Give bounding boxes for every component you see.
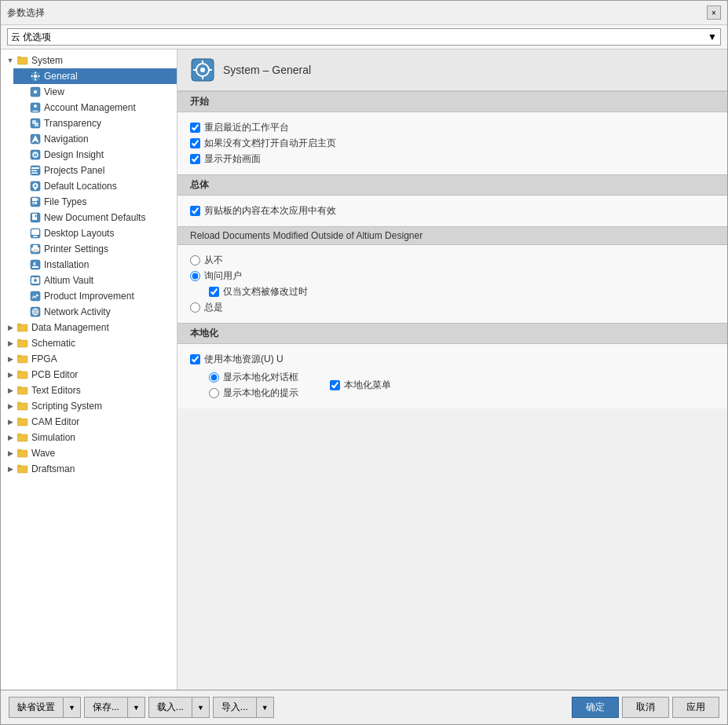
- show-dialogs-label[interactable]: 显示本地化对话框: [223, 371, 298, 384]
- svg-rect-68: [17, 402, 21, 404]
- localization-menu-row: 本地化菜单: [330, 379, 391, 392]
- sidebar-item-draftsman[interactable]: ▶ Draftsman: [1, 461, 177, 477]
- show-hints-radio[interactable]: [209, 388, 219, 398]
- sidebar-item-system[interactable]: ▼ System: [1, 53, 177, 68]
- sidebar-item-data-management[interactable]: ▶ Data Management: [1, 320, 177, 335]
- sidebar-item-wave[interactable]: ▶ Wave: [1, 445, 177, 461]
- sidebar-item-projects-panel[interactable]: Projects Panel: [13, 163, 177, 178]
- import-arrow-btn[interactable]: ▼: [257, 698, 273, 717]
- sidebar-item-printer-settings[interactable]: Printer Settings: [13, 241, 177, 257]
- localization-left: 显示本地化对话框 显示本地化的提示: [209, 368, 298, 402]
- sidebar-item-text-editors[interactable]: ▶ Text Editors: [1, 383, 177, 398]
- sidebar-item-cam-editor[interactable]: ▶ CAM Editor: [1, 414, 177, 430]
- never-label[interactable]: 从不: [204, 254, 223, 267]
- cancel-button[interactable]: 取消: [622, 697, 669, 718]
- svg-rect-4: [35, 72, 36, 74]
- only-modified-label[interactable]: 仅当文档被修改过时: [223, 285, 308, 298]
- use-local-checkbox[interactable]: [190, 354, 200, 364]
- load-arrow-btn[interactable]: ▼: [192, 698, 209, 717]
- reopen-workspace-checkbox[interactable]: [190, 123, 200, 133]
- sidebar-item-schematic[interactable]: ▶ Schematic: [1, 335, 177, 351]
- sidebar-item-network-activity[interactable]: Network Activity: [13, 304, 177, 320]
- never-radio[interactable]: [190, 255, 200, 265]
- only-modified-checkbox[interactable]: [209, 287, 219, 297]
- radio-row-never: 从不: [190, 254, 715, 267]
- always-label[interactable]: 总是: [204, 301, 223, 314]
- import-main-btn[interactable]: 导入...: [214, 698, 257, 717]
- sidebar-item-scripting-system[interactable]: ▶ Scripting System: [1, 398, 177, 414]
- sidebar-item-pcb-editor[interactable]: ▶ PCB Editor: [1, 367, 177, 383]
- show-startup-checkbox[interactable]: [190, 154, 200, 164]
- file-types-icon: [29, 196, 42, 208]
- save-main-btn[interactable]: 保存...: [85, 698, 128, 717]
- apply-button[interactable]: 应用: [672, 697, 719, 718]
- sidebar-item-product-improvement[interactable]: Product Improvement: [13, 288, 177, 304]
- sidebar-item-design-insight[interactable]: Design Insight: [13, 147, 177, 163]
- svg-rect-23: [31, 170, 37, 172]
- svg-rect-70: [17, 418, 21, 419]
- spacer: [16, 196, 29, 208]
- ok-button[interactable]: 确定: [572, 697, 619, 718]
- spacer: [16, 306, 29, 318]
- sidebar-item-default-locations[interactable]: Default Locations: [13, 178, 177, 194]
- sidebar-item-view[interactable]: View: [13, 84, 177, 100]
- sidebar-item-desktop-layouts[interactable]: Desktop Layouts: [13, 225, 177, 241]
- content-title: System – General: [223, 64, 311, 76]
- content-header-icon: [190, 57, 215, 82]
- close-button[interactable]: ×: [707, 5, 721, 20]
- spacer: [16, 101, 29, 114]
- altium-vault-label: Altium Vault: [44, 275, 93, 286]
- clipboard-label[interactable]: 剪贴板的内容在本次应用中有效: [204, 204, 336, 218]
- load-main-btn[interactable]: 载入...: [149, 698, 192, 717]
- show-dialogs-radio[interactable]: [209, 372, 219, 383]
- svg-rect-0: [17, 57, 27, 64]
- section-reload-body: 从不 询问用户 仅当文档被修改过时 总是: [177, 245, 727, 323]
- sidebar-item-new-document-defaults[interactable]: New Document Defaults: [13, 210, 177, 225]
- sidebar-item-simulation[interactable]: ▶ Simulation: [1, 430, 177, 445]
- spacer: [16, 133, 29, 145]
- svg-rect-64: [17, 371, 21, 372]
- sidebar-item-file-types[interactable]: File Types: [13, 194, 177, 210]
- ask-label[interactable]: 询问用户: [204, 269, 242, 283]
- defaults-arrow-btn[interactable]: ▼: [64, 698, 80, 717]
- show-startup-label[interactable]: 显示开始画面: [204, 152, 261, 166]
- svg-point-79: [200, 68, 205, 72]
- sidebar: ▼ System: [1, 49, 177, 690]
- spacer: [16, 148, 29, 161]
- localized-menu-label[interactable]: 本地化菜单: [344, 379, 391, 392]
- cloud-options-combo[interactable]: 云 优选项 ▼: [7, 28, 721, 46]
- always-radio[interactable]: [190, 302, 200, 313]
- sidebar-item-navigation[interactable]: Navigation: [13, 131, 177, 147]
- sidebar-item-altium-vault[interactable]: Altium Vault: [13, 273, 177, 288]
- svg-rect-74: [17, 449, 21, 451]
- toolbar: 云 优选项 ▼: [1, 25, 727, 49]
- sidebar-item-fpga[interactable]: ▶ FPGA: [1, 351, 177, 367]
- design-insight-label: Design Insight: [44, 149, 104, 160]
- defaults-main-btn[interactable]: 缺省设置: [9, 698, 64, 717]
- cam-editor-label: CAM Editor: [31, 416, 79, 427]
- svg-rect-71: [17, 434, 27, 441]
- expand-icon: ▶: [4, 384, 16, 397]
- ask-radio[interactable]: [190, 271, 200, 281]
- ask-sub-options: 仅当文档被修改过时: [190, 285, 715, 298]
- svg-rect-51: [31, 291, 40, 301]
- expand-icon: ▼: [4, 54, 16, 67]
- show-hints-label[interactable]: 显示本地化的提示: [223, 386, 298, 400]
- content-header: System – General: [177, 49, 727, 91]
- save-arrow-btn[interactable]: ▼: [128, 698, 145, 717]
- clipboard-checkbox[interactable]: [190, 206, 200, 216]
- use-local-label[interactable]: 使用本地资源(U) U: [204, 353, 284, 366]
- localized-menu-checkbox[interactable]: [330, 380, 340, 390]
- svg-rect-67: [17, 403, 27, 410]
- open-homepage-checkbox[interactable]: [190, 138, 200, 148]
- open-homepage-label[interactable]: 如果没有文档打开自动开启主页: [204, 137, 336, 150]
- sidebar-item-general[interactable]: General: [13, 68, 177, 84]
- checkbox-row-show-startup: 显示开始画面: [190, 152, 715, 166]
- sidebar-item-transparency[interactable]: Transparency: [13, 115, 177, 131]
- expand-icon: ▶: [4, 337, 16, 350]
- sidebar-item-account-management[interactable]: Account Management: [13, 100, 177, 115]
- sidebar-item-installation[interactable]: Installation: [13, 257, 177, 273]
- import-split-btn: 导入... ▼: [213, 697, 274, 718]
- reopen-workspace-label[interactable]: 重启最近的工作平台: [204, 121, 289, 134]
- schematic-label: Schematic: [31, 338, 75, 349]
